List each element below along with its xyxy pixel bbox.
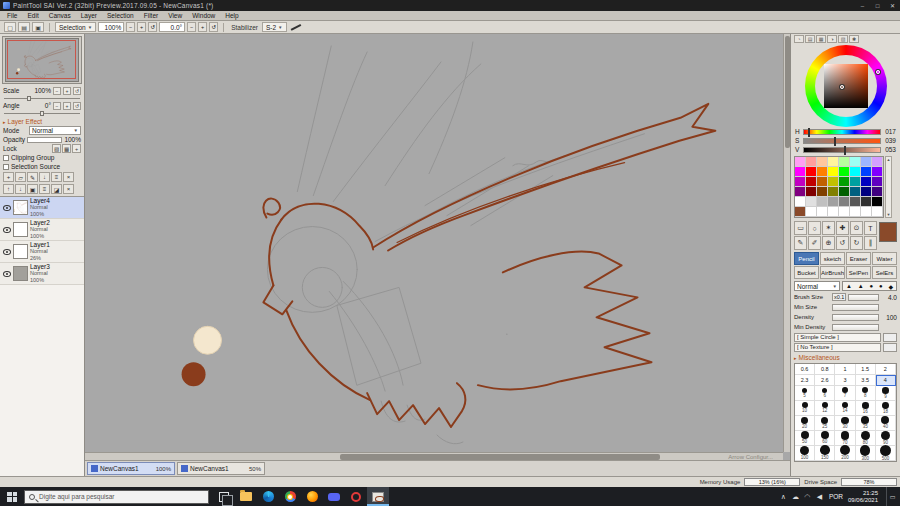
value-slider-marker[interactable] [844,146,846,155]
brush-size-preset-10[interactable]: 10 [795,401,815,416]
scratch-tab-icon[interactable]: ▧ [838,35,848,43]
navigator-thumbnail[interactable] [6,39,78,81]
visibility-eye-icon[interactable] [2,225,11,234]
brush-size-preset-100[interactable]: 100 [795,446,815,461]
brush-size-preset-0.6[interactable]: 0.6 [795,364,815,375]
tool-bucket-button[interactable]: Bucket [794,266,819,279]
start-button[interactable] [0,487,24,506]
min-size-slider[interactable] [832,304,879,311]
rotate-ccw-button[interactable]: − [187,22,196,32]
palette-swatch[interactable] [861,197,872,207]
ruler-tool-icon[interactable]: ∥ [864,236,877,250]
brush-size-preset-2[interactable]: 2 [876,364,896,375]
rotate-cw-button[interactable]: + [198,22,207,32]
brush-size-preset-6[interactable]: 6 [815,386,835,401]
delete-icon[interactable]: × [63,184,74,194]
scroll-down-icon[interactable]: ▼ [887,212,891,217]
palette-swatch[interactable] [839,167,850,177]
scale-minus-button[interactable]: − [53,87,61,95]
palette-swatch[interactable] [806,157,817,167]
hue-marker[interactable] [876,70,880,74]
new-layer-icon[interactable]: + [3,172,14,182]
lasso-tool-icon[interactable]: ○ [808,221,821,235]
minimize-button[interactable]: – [855,0,870,11]
transfer-down-icon[interactable]: ↓ [39,172,50,182]
menu-edit[interactable]: Edit [22,12,43,19]
palette-swatch[interactable] [850,187,861,197]
min-density-slider[interactable] [832,324,879,331]
cloud-icon[interactable]: ☁ [791,493,800,501]
palette-swatch[interactable] [817,207,828,217]
tool-airbrush-button[interactable]: AirBrush [820,266,845,279]
brush-size-preset-14[interactable]: 14 [835,401,855,416]
menu-help[interactable]: Help [220,12,243,19]
title-bar[interactable]: PaintTool SAI Ver.2 (32bit) Preview.2017… [0,0,900,11]
brush-shape-dropdown[interactable]: [ Simple Circle ] [794,333,881,342]
brush-size-unit[interactable]: x0.1 [832,293,846,301]
palette-swatch[interactable] [850,167,861,177]
new-canvas-icon[interactable]: ▢ [4,22,16,32]
brush-size-preset-80[interactable]: 80 [856,431,876,446]
saturation-slider[interactable] [803,138,881,144]
palette-swatch[interactable] [850,177,861,187]
rect-select-tool-icon[interactable]: ▭ [794,221,807,235]
lock-position-icon[interactable]: + [72,144,81,153]
palette-swatch[interactable] [850,197,861,207]
color-wheel[interactable] [805,45,887,127]
network-icon[interactable]: ◠ [803,493,812,501]
selection-source-row[interactable]: Selection Source [0,162,84,171]
tool-selers-button[interactable]: SelErs [872,266,897,279]
brush-blend-dropdown[interactable]: Normal ▼ [794,281,840,291]
taskbar-app-sai[interactable] [367,487,389,506]
palette-swatch[interactable] [817,177,828,187]
taskbar-app-opera[interactable] [345,487,367,506]
palette-swatch[interactable] [806,167,817,177]
save-icon[interactable]: ▣ [32,22,44,32]
brush-size-preset-4[interactable]: 4 [876,375,896,386]
layer-item-layer4[interactable]: Layer4Normal100% [0,197,84,219]
brush-size-preset-5[interactable]: 5 [795,386,815,401]
palette-swatch[interactable] [806,197,817,207]
keyboard-language[interactable]: POR [829,493,843,500]
palette-swatch[interactable] [861,167,872,177]
palette-swatch[interactable] [861,207,872,217]
hand-tool-icon[interactable]: ⊕ [822,236,835,250]
brush-size-preset-70[interactable]: 70 [835,431,855,446]
brush-size-preset-90[interactable]: 90 [876,431,896,446]
palette-swatch[interactable] [817,187,828,197]
palette-swatch[interactable] [828,187,839,197]
palette-swatch[interactable] [861,177,872,187]
eyedropper-tool-icon[interactable]: ✐ [808,236,821,250]
notification-center-button[interactable]: ▭ [886,487,898,506]
angle-reset-button[interactable]: ↺ [73,102,81,110]
sv-marker[interactable] [840,85,844,89]
mixer-tab-icon[interactable]: ◑ [827,35,837,43]
maximize-button[interactable]: □ [870,0,885,11]
menu-view[interactable]: View [163,12,187,19]
selection-source-checkbox[interactable] [3,164,9,170]
palette-swatch[interactable] [872,197,883,207]
zoom-out-button[interactable]: − [126,22,135,32]
brush-texture-dropdown[interactable]: [ No Texture ] [794,343,881,352]
menu-layer[interactable]: Layer [76,12,102,19]
lock-pixel-icon[interactable]: ▦ [62,144,71,153]
pen-tool-icon[interactable]: ✎ [794,236,807,250]
brush-shape-strength[interactable] [883,333,897,342]
open-icon[interactable]: ▤ [18,22,30,32]
zoom-value[interactable]: 100% [98,22,124,32]
scale-reset-button[interactable]: ↺ [73,87,81,95]
lower-icon[interactable]: ↓ [15,184,26,194]
clipping-group-row[interactable]: Clipping Group [0,153,84,162]
brush-size-preset-12[interactable]: 12 [815,401,835,416]
taskbar-app-folder[interactable] [235,487,257,506]
palette-swatch[interactable] [872,177,883,187]
brush-size-preset-2.6[interactable]: 2.6 [815,375,835,386]
brush-size-preset-0.8[interactable]: 0.8 [815,364,835,375]
clock[interactable]: 21:25 09/06/2021 [848,490,878,504]
layer-item-layer2[interactable]: Layer2Normal100% [0,219,84,241]
brush-size-preset-300[interactable]: 300 [856,446,876,461]
new-folder-icon[interactable]: ▱ [15,172,26,182]
brush-size-preset-35[interactable]: 35 [856,416,876,431]
scale-slider-thumb[interactable] [27,96,31,101]
brush-size-preset-40[interactable]: 40 [876,416,896,431]
